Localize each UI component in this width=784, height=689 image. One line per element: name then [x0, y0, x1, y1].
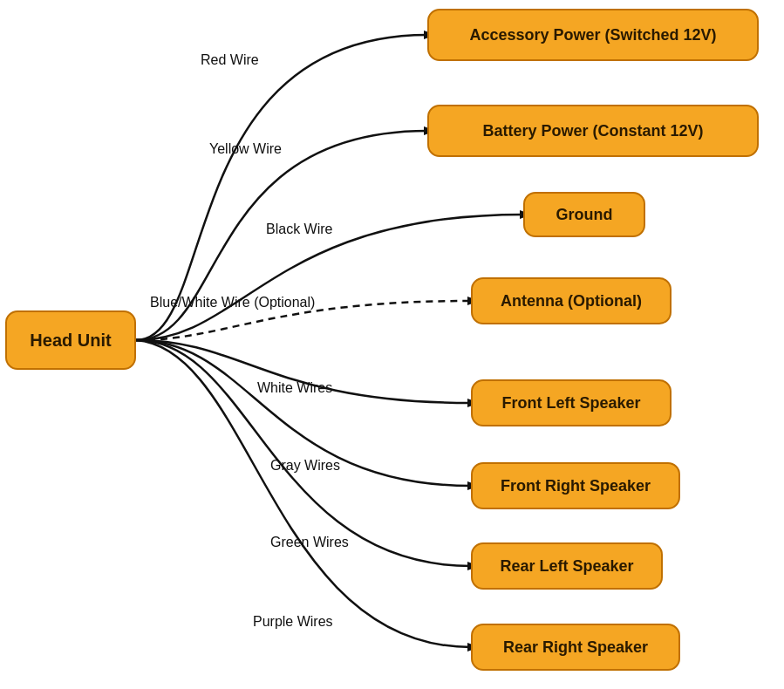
label-purple-wires: Purple Wires	[253, 614, 333, 630]
battery-power-node: Battery Power (Constant 12V)	[427, 105, 759, 157]
front-left-speaker-node: Front Left Speaker	[471, 379, 672, 426]
label-bluewhite-wire: Blue/White Wire (Optional)	[150, 295, 315, 310]
head-unit-node: Head Unit	[5, 310, 136, 370]
rear-right-speaker-node: Rear Right Speaker	[471, 624, 680, 671]
front-right-speaker-node: Front Right Speaker	[471, 462, 680, 509]
label-red-wire: Red Wire	[201, 52, 259, 68]
label-white-wires: White Wires	[257, 380, 332, 396]
label-black-wire: Black Wire	[266, 222, 332, 237]
label-gray-wires: Gray Wires	[270, 458, 340, 474]
label-yellow-wire: Yellow Wire	[209, 141, 282, 157]
rear-left-speaker-node: Rear Left Speaker	[471, 542, 663, 590]
antenna-node: Antenna (Optional)	[471, 277, 672, 324]
diagram-container: Red Wire Yellow Wire Black Wire Blue/Whi…	[0, 0, 784, 689]
accessory-power-node: Accessory Power (Switched 12V)	[427, 9, 759, 61]
ground-node: Ground	[523, 192, 645, 237]
label-green-wires: Green Wires	[270, 535, 349, 550]
